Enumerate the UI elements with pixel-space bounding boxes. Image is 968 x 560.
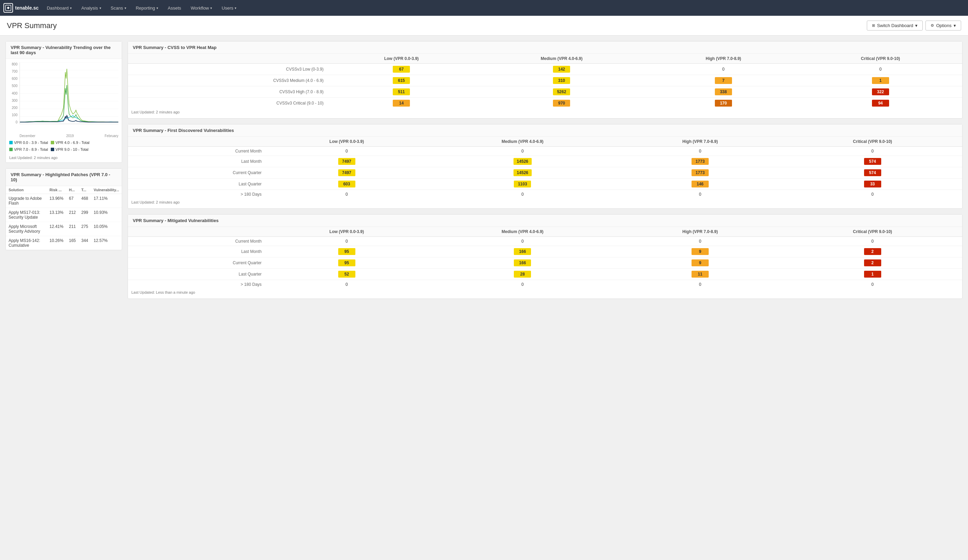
cell-3-2: 170 (648, 97, 799, 109)
patch-h: 67 (66, 194, 78, 208)
cell-0-0: 67 (328, 64, 475, 75)
cell-3-3: 33 (783, 178, 962, 190)
cell-0-2: 0 (617, 147, 783, 156)
legend-vpr-low: VPR 0.0 - 3.9 - Total (9, 140, 48, 145)
cell-value: 603 (338, 181, 355, 187)
nav-item-analysis[interactable]: Analysis ▾ (76, 0, 106, 16)
patch-h: 212 (66, 208, 78, 222)
mitigated-header: VPR Summary - Mitigated Vulnerabilities (128, 215, 962, 227)
patches-header-row: Solution Risk ... H... T... Vulnerabilit… (6, 186, 122, 194)
cell-0-0: 0 (266, 237, 428, 246)
nav-item-users[interactable]: Users ▾ (217, 0, 241, 16)
row-label-1: Last Month (128, 246, 266, 258)
cell-1-1: 166 (428, 246, 617, 258)
col-header-3: High (VPR 7.0-8.9) (617, 227, 783, 237)
mit-thead: Low (VPR 0.0-3.9)Medium (VPR 4.0-6.9)Hig… (128, 227, 962, 237)
cell-4-0: 0 (266, 280, 428, 289)
row-label-0: CVSSv3 Low (0-3.9) (128, 64, 328, 75)
cell-value: 166 (514, 259, 531, 266)
cell-value: 7497 (338, 169, 355, 176)
cell-2-3: 322 (799, 86, 962, 97)
cell-value: 970 (553, 100, 570, 107)
nav-items: Dashboard ▾ Analysis ▾ Scans ▾ Reporting… (42, 0, 241, 16)
cell-value: 5262 (553, 88, 570, 95)
cell-2-0: 95 (266, 258, 428, 269)
first-discovered-card: VPR Summary - First Discovered Vulnerabi… (128, 124, 963, 209)
row-label-1: CVSSv3 Medium (4.0 - 6.9) (128, 75, 328, 86)
cell-value: 9 (691, 259, 709, 266)
legend-dot-high (9, 148, 13, 151)
table-row: CVSSv3 High (7.0 - 8.9)5115262338322 (128, 86, 962, 97)
chart-legend: VPR 0.0 - 3.9 - Total VPR 4.0 - 6.9 - To… (6, 138, 122, 154)
options-button[interactable]: ⚙ Options ▾ (925, 21, 961, 30)
cell-4-3: 0 (783, 280, 962, 289)
cell-3-1: 1103 (428, 178, 617, 190)
heatmap-card-header: VPR Summary - CVSS to VPR Heat Map (128, 41, 962, 54)
table-row: Last Quarter603110314633 (128, 178, 962, 190)
cell-value: 14526 (514, 158, 532, 165)
table-row: Current Month0000 (128, 147, 962, 156)
fd-thead: Low (VPR 0.0-3.9)Medium (VPR 4.0-6.9)Hig… (128, 137, 962, 147)
patches-row: Apply MS16-142: Cumulative 10.26% 165 34… (6, 236, 122, 250)
table-row: > 180 Days0000 (128, 280, 962, 289)
table-header-row: Low (VPR 0.0-3.9)Medium (VPR 4.0-6.9)Hig… (128, 137, 962, 147)
cell-4-0: 0 (266, 190, 428, 199)
col-header-4: Critical (VPR 9.0-10) (783, 227, 962, 237)
chart-x-labels: December 2019 February (20, 133, 118, 138)
page-header: VPR Summary ⊞ Switch Dashboard ▾ ⚙ Optio… (0, 16, 968, 36)
row-label-2: CVSSv3 High (7.0 - 8.9) (128, 86, 328, 97)
mit-last-updated: Last Updated: Less than a minute ago (128, 289, 962, 297)
cell-1-1: 310 (475, 75, 648, 86)
cell-value: 574 (864, 169, 881, 176)
patch-h: 165 (66, 236, 78, 250)
col-header-0 (128, 137, 266, 147)
cell-4-2: 0 (617, 280, 783, 289)
cell-2-1: 166 (428, 258, 617, 269)
nav-item-scans[interactable]: Scans ▾ (106, 0, 131, 16)
cell-3-2: 146 (617, 178, 783, 190)
patch-solution: Apply MS17-013: Security Update (6, 208, 46, 222)
cell-1-0: 615 (328, 75, 475, 86)
chart-container: 800 700 600 500 400 300 200 100 0 (6, 59, 122, 138)
cell-2-2: 338 (648, 86, 799, 97)
nav-item-dashboard[interactable]: Dashboard ▾ (42, 0, 76, 16)
col-header-1: Low (VPR 0.0-3.9) (328, 54, 475, 64)
table-header-row: Low (VPR 0.0-3.9)Medium (VPR 4.0-6.9)Hig… (128, 54, 962, 64)
patches-table: Solution Risk ... H... T... Vulnerabilit… (6, 186, 122, 250)
patches-card-header: VPR Summary - Highlighted Patches (VPR 7… (6, 168, 122, 186)
fd-last-updated: Last Updated: 2 minutes ago (128, 199, 962, 207)
table-row: Last Month7497145261773574 (128, 156, 962, 167)
navbar: tenable.sc Dashboard ▾ Analysis ▾ Scans … (0, 0, 968, 16)
cell-3-1: 28 (428, 269, 617, 280)
brand[interactable]: tenable.sc (3, 3, 38, 13)
cell-value: 615 (393, 77, 410, 84)
cell-2-0: 7497 (266, 167, 428, 178)
cell-2-2: 9 (617, 258, 783, 269)
cell-4-2: 0 (617, 190, 783, 199)
heatmap-card-body: Low (VPR 0.0-3.9)Medium (VPR 4.0-6.9)Hig… (128, 54, 962, 118)
patches-card-body: Solution Risk ... H... T... Vulnerabilit… (6, 186, 122, 250)
patch-risk: 10.26% (46, 236, 66, 250)
cell-value: 95 (338, 259, 355, 266)
nav-item-assets[interactable]: Assets (163, 0, 186, 16)
cell-0-3: 0 (799, 64, 962, 75)
col-header-0 (128, 227, 266, 237)
heatmap-thead: Low (VPR 0.0-3.9)Medium (VPR 4.0-6.9)Hig… (128, 54, 962, 64)
chart-y-axis: 800 700 600 500 400 300 200 100 0 (6, 63, 19, 124)
row-label-2: Current Quarter (128, 258, 266, 269)
cell-2-3: 574 (783, 167, 962, 178)
cell-3-0: 603 (266, 178, 428, 190)
row-label-3: Last Quarter (128, 178, 266, 190)
cell-value: 322 (872, 88, 889, 95)
cell-4-1: 0 (428, 280, 617, 289)
cell-value: 95 (338, 248, 355, 255)
row-label-4: > 180 Days (128, 190, 266, 199)
nav-item-reporting[interactable]: Reporting ▾ (131, 0, 163, 16)
nav-item-workflow[interactable]: Workflow ▾ (186, 0, 217, 16)
cell-0-1: 0 (428, 147, 617, 156)
patch-vuln: 10.05% (91, 222, 122, 236)
col-header-1: Low (VPR 0.0-3.9) (266, 227, 428, 237)
switch-dashboard-button[interactable]: ⊞ Switch Dashboard ▾ (867, 21, 923, 30)
cell-4-3: 0 (783, 190, 962, 199)
patch-t: 275 (78, 222, 91, 236)
